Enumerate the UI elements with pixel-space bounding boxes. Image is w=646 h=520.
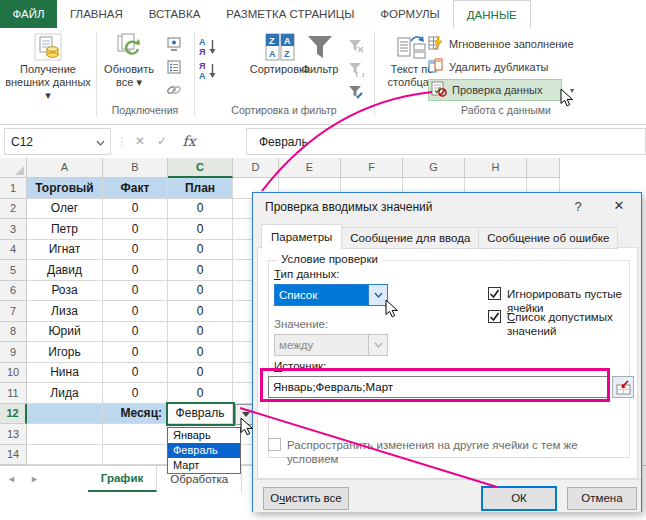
grid-cell[interactable]: 0 [103, 383, 168, 404]
dialog-tab-error-alert[interactable]: Сообщение об ошибке [478, 227, 618, 249]
tab-file[interactable]: ФАЙЛ [0, 0, 57, 28]
grid-cell[interactable]: Петр [27, 219, 103, 240]
grid-cell[interactable]: 0 [168, 301, 233, 322]
column-header[interactable]: A [27, 158, 103, 178]
grid-cell[interactable]: Лида [27, 383, 103, 404]
grid-cell[interactable] [103, 445, 168, 465]
grid-cell[interactable]: Месяц: [103, 404, 168, 424]
grid-cell[interactable] [103, 424, 168, 445]
row-header[interactable]: 10 [0, 363, 27, 383]
grid-cell[interactable]: План [168, 178, 233, 199]
row-header[interactable]: 14 [0, 445, 27, 465]
dialog-help-button[interactable]: ? [569, 199, 587, 214]
grid-cell[interactable]: 0 [168, 199, 233, 219]
grid-cell[interactable]: 0 [168, 322, 233, 342]
row-header[interactable]: 11 [0, 383, 27, 404]
properties-icon[interactable] [164, 57, 184, 77]
cancel-icon[interactable]: ✕ [130, 131, 150, 151]
grid-cell[interactable]: 0 [168, 281, 233, 301]
grid-cell[interactable]: 0 [168, 260, 233, 281]
clear-filter-icon[interactable] [346, 36, 366, 56]
row-header[interactable]: 1 [0, 178, 27, 199]
data-validation-button[interactable]: Проверка данных [428, 79, 562, 101]
connections-icon[interactable] [164, 34, 184, 54]
clear-all-button[interactable]: Очистить все [263, 487, 349, 510]
dropdown-list-item[interactable]: Март [168, 458, 240, 473]
insert-function-icon[interactable]: fx [176, 131, 202, 151]
name-box[interactable]: C12 [4, 128, 111, 155]
filter-button[interactable]: Фильтр [296, 28, 344, 76]
column-header[interactable]: H [465, 158, 527, 178]
reapply-filter-icon[interactable] [346, 59, 366, 79]
row-header[interactable]: 13 [0, 424, 27, 445]
row-header[interactable]: 2 [0, 199, 27, 219]
dialog-tab-input-message[interactable]: Сообщение для ввода [341, 227, 479, 249]
select-all-corner[interactable] [0, 158, 27, 178]
column-header[interactable]: F [341, 158, 403, 178]
remove-duplicates-button[interactable]: Удалить дубликаты [428, 56, 548, 78]
grid-cell[interactable] [27, 424, 103, 445]
range-picker-button[interactable] [612, 376, 634, 398]
column-header[interactable]: C [168, 158, 233, 178]
row-header[interactable]: 8 [0, 322, 27, 342]
grid-cell[interactable]: 0 [103, 281, 168, 301]
ok-button[interactable]: ОК [481, 486, 557, 511]
formula-input[interactable]: Февраль [246, 128, 646, 155]
grid-cell[interactable] [27, 445, 103, 465]
flash-fill-button[interactable]: Мгновенное заполнение [428, 33, 646, 55]
grid-cell[interactable]: 0 [103, 322, 168, 342]
refresh-all-button[interactable]: Обновить все ▾ [98, 28, 160, 89]
grid-cell[interactable]: 0 [103, 240, 168, 260]
grid-cell[interactable]: Лиза [27, 301, 103, 322]
grid-cell[interactable]: 0 [168, 342, 233, 363]
column-header[interactable] [527, 158, 560, 178]
column-header[interactable]: E [279, 158, 341, 178]
grid-cell[interactable]: Игорь [27, 342, 103, 363]
row-header[interactable]: 3 [0, 219, 27, 240]
combo-chevron-icon[interactable] [368, 285, 387, 305]
advanced-filter-icon[interactable] [346, 82, 366, 102]
name-box-splitter[interactable]: ⋮ [112, 131, 132, 151]
row-header[interactable]: 9 [0, 342, 27, 363]
source-input[interactable]: Январь;Февраль;Март [268, 376, 608, 398]
tab-insert[interactable]: ВСТАВКА [136, 0, 214, 28]
grid-cell[interactable]: Игнат [27, 240, 103, 260]
grid-cell[interactable]: Нина [27, 363, 103, 383]
tab-formulas[interactable]: ФОРМУЛЫ [367, 0, 452, 28]
sort-asc-icon[interactable]: АЯ [198, 36, 218, 56]
row-header[interactable]: 12 [0, 404, 27, 424]
grid-cell[interactable]: 0 [103, 260, 168, 281]
row-header[interactable]: 5 [0, 260, 27, 281]
grid-cell[interactable]: Факт [103, 178, 168, 199]
row-header[interactable]: 7 [0, 301, 27, 322]
row-header[interactable]: 6 [0, 281, 27, 301]
grid-cell[interactable]: 0 [103, 301, 168, 322]
grid-cell[interactable]: Торговый [27, 178, 103, 199]
dialog-tab-parameters[interactable]: Параметры [261, 224, 342, 250]
sort-desc-icon[interactable]: ЯА [198, 60, 218, 80]
tab-home[interactable]: ГЛАВНАЯ [57, 0, 136, 28]
column-header[interactable]: D [233, 158, 279, 178]
sheet-tab-grafik[interactable]: График [88, 466, 157, 492]
grid-cell[interactable] [27, 404, 103, 424]
grid-cell[interactable]: 0 [103, 219, 168, 240]
row-header[interactable]: 4 [0, 240, 27, 260]
sheet-nav-left-icon[interactable]: ◄ [0, 466, 23, 492]
enter-icon[interactable]: ✓ [152, 131, 172, 151]
tab-data[interactable]: ДАННЫЕ [453, 0, 531, 28]
grid-cell[interactable]: 0 [168, 219, 233, 240]
name-box-chevron-icon[interactable] [96, 135, 110, 149]
in-cell-dropdown-checkbox[interactable]: Список допустимых значений [488, 310, 637, 338]
grid-cell[interactable]: Олег [27, 199, 103, 219]
grid-cell[interactable]: 0 [168, 383, 233, 404]
dropdown-list-item[interactable]: Февраль [168, 443, 240, 458]
dialog-close-icon[interactable]: ✕ [609, 198, 629, 213]
cancel-button[interactable]: Отмена [567, 487, 637, 510]
grid-cell[interactable]: Роза [27, 281, 103, 301]
tab-page-layout[interactable]: РАЗМЕТКА СТРАНИЦЫ [213, 0, 367, 28]
get-external-data-button[interactable]: Получение внешних данных ▾ [2, 28, 94, 102]
dropdown-list-item[interactable]: Январь [168, 428, 240, 443]
data-validation-dropdown[interactable]: ▾ [564, 79, 580, 101]
grid-cell[interactable]: Юрий [27, 322, 103, 342]
grid-cell[interactable]: 0 [103, 363, 168, 383]
